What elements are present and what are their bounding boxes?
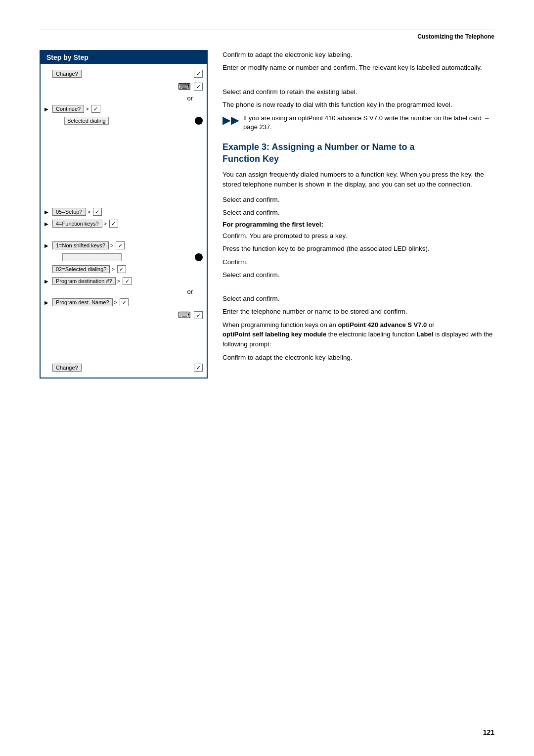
progdest-label: Program destination #? xyxy=(52,277,116,285)
r5-text: The phone is now ready to dial with this… xyxy=(222,100,494,110)
change2-label: Change? xyxy=(52,364,82,372)
progdest-row: ▶ Program destination #? > ✓ xyxy=(41,275,207,287)
e10-text: Enter the telephone number or name to be… xyxy=(222,307,494,317)
keypad-icon: ⌨ xyxy=(178,82,191,92)
step-by-step-header: Step by Step xyxy=(41,51,207,64)
progdestname-label: Program dest. Name? xyxy=(52,298,113,306)
progdest-arrow: ▶ xyxy=(44,279,52,284)
spacer-example xyxy=(41,127,207,206)
e7-text: Select and confirm. xyxy=(222,270,494,280)
setup-row: ▶ 05=Setup? > ✓ xyxy=(41,206,207,218)
progdestname-chevron: > xyxy=(114,299,117,305)
note-spacer xyxy=(41,322,207,362)
note-block: When programming function keys on an opt… xyxy=(222,320,494,349)
selected-dialing-label: Selected dialing xyxy=(64,117,109,125)
continue-label: Continue? xyxy=(52,105,84,113)
or-row2: or xyxy=(41,288,207,295)
setup-check: ✓ xyxy=(93,208,102,216)
step-by-step-box: Step by Step Change? ✓ ⌨ xyxy=(40,50,208,378)
example-body: You can assign frequently dialed numbers… xyxy=(222,170,494,190)
note-text2: or xyxy=(429,321,435,329)
keypad2-icon: ⌨ xyxy=(178,310,191,320)
or2-spacer xyxy=(222,283,494,294)
example-heading-line1: Example 3: Assigning a Number or Name to… xyxy=(222,142,414,152)
funckeys-chevron: > xyxy=(104,221,107,227)
blank-circle xyxy=(195,253,203,261)
note-bold3: Label xyxy=(416,331,433,338)
change2-row: Change? ✓ xyxy=(41,362,207,374)
nonshifted-arrow: ▶ xyxy=(44,243,52,248)
forprog-spacer xyxy=(41,230,207,239)
change-row: Change? ✓ xyxy=(41,68,207,80)
keypad-row: ⌨ ✓ xyxy=(41,80,207,94)
nonshifted-check: ✓ xyxy=(116,241,125,249)
or-spacer xyxy=(222,76,494,87)
change-label: Change? xyxy=(52,70,82,78)
note-text3: the electronic labeling function xyxy=(328,331,417,338)
nonshifted-label: 1=Non shifted keys? xyxy=(52,241,109,249)
setup-arrow: ▶ xyxy=(44,209,52,215)
change-check: ✓ xyxy=(194,70,203,78)
example-heading-line2: Function Key xyxy=(222,154,279,164)
continue-chevron: > xyxy=(86,106,89,112)
note-text1: When programming function keys on an xyxy=(222,321,338,329)
e3-bold: For programming the first level: xyxy=(222,221,494,228)
content-area: Step by Step Change? ✓ ⌨ xyxy=(40,50,494,378)
progdest-check: ✓ xyxy=(123,277,132,285)
right-column: Confirm to adapt the electronic key labe… xyxy=(222,50,494,378)
header-title: Customizing the Telephone xyxy=(40,33,494,40)
nonshifted-chevron: > xyxy=(110,242,113,248)
setup-label: 05=Setup? xyxy=(52,208,86,216)
keypad-check: ✓ xyxy=(194,83,203,91)
funckeys-check: ✓ xyxy=(109,220,118,228)
e4-text: Confirm. You are prompted to press a key… xyxy=(222,231,494,241)
blank-input-box xyxy=(62,253,122,261)
setup-chevron: > xyxy=(88,209,90,215)
change2-check: ✓ xyxy=(194,364,203,372)
note-bottom-spacer xyxy=(222,349,494,353)
info-text: If you are using an optiPoint 410 advanc… xyxy=(243,114,494,132)
selected-dialing2-label: 02=Selected dialing? xyxy=(52,265,110,273)
selected-dialing2-row: 02=Selected dialing? > ✓ xyxy=(41,263,207,275)
info-box: ▶▶ If you are using an optiPoint 410 adv… xyxy=(222,114,494,132)
e12-text: Confirm to adapt the electronic key labe… xyxy=(222,353,494,363)
e5-text: Press the function key to be programmed … xyxy=(222,244,494,254)
e1-text: Select and confirm. xyxy=(222,195,494,205)
progdestname-check: ✓ xyxy=(120,298,129,306)
blank-circle-row xyxy=(41,251,207,263)
progdestname-arrow: ▶ xyxy=(44,300,52,305)
r4-text: Select and confirm to retain the existin… xyxy=(222,87,494,97)
r2-text: Enter or modify name or number and confi… xyxy=(222,63,494,73)
note-bold2: optiPoint self labeling key module xyxy=(222,331,326,338)
progdestname-row: ▶ Program dest. Name? > ✓ xyxy=(41,296,207,308)
keypad2-row: ⌨ ✓ xyxy=(41,308,207,322)
progdest-chevron: > xyxy=(117,278,120,284)
e9-text: Select and confirm. xyxy=(222,294,494,304)
note-bold1: optiPoint 420 advance S V7.0 xyxy=(338,321,427,329)
continue-arrow: ▶ xyxy=(44,106,52,112)
e6-text: Confirm. xyxy=(222,257,494,267)
or-row1: or xyxy=(41,94,207,102)
page-number: 121 xyxy=(483,728,494,736)
selected-dialing2-chevron: > xyxy=(111,266,114,272)
selected-dialing2-check: ✓ xyxy=(117,265,126,273)
funckeys-arrow: ▶ xyxy=(44,221,52,227)
page-container: Customizing the Telephone Step by Step C… xyxy=(0,0,534,756)
header-line xyxy=(40,30,494,30)
nonshifted-row: ▶ 1=Non shifted keys? > ✓ xyxy=(41,239,207,251)
e2-text: Select and confirm. xyxy=(222,208,494,218)
funckeys-label: 4=Function keys? xyxy=(52,220,102,228)
left-column: Step by Step Change? ✓ ⌨ xyxy=(40,50,208,378)
continue-row: ▶ Continue? > ✓ xyxy=(41,103,207,115)
r1-text: Confirm to adapt the electronic key labe… xyxy=(222,50,494,60)
selected-dialing-circle xyxy=(195,117,203,125)
continue-check: ✓ xyxy=(91,105,100,113)
info-arrow-icon: ▶▶ xyxy=(222,114,239,127)
example-heading: Example 3: Assigning a Number or Name to… xyxy=(222,142,494,165)
step-by-step-body: Change? ✓ ⌨ ✓ or xyxy=(41,64,207,378)
selected-dialing-row: Selected dialing xyxy=(41,115,207,127)
keypad2-check: ✓ xyxy=(194,311,203,319)
funckeys-row: ▶ 4=Function keys? > ✓ xyxy=(41,218,207,230)
